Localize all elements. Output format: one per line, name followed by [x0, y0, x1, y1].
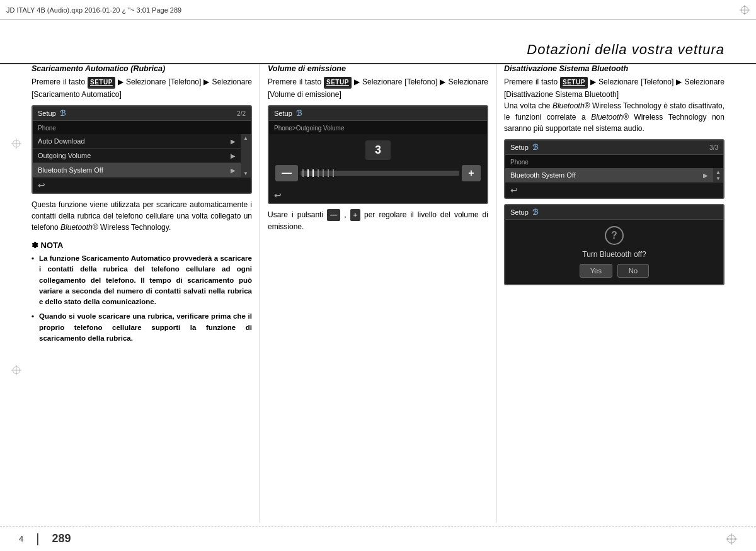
screen-back-col3-1: ↩: [505, 183, 723, 198]
col-disable-bluetooth: Disattivazione Sistema Bluetooth Premere…: [496, 64, 724, 523]
note-list: La funzione Scaricamento Automatico prov…: [32, 253, 252, 344]
col1-body-text: Questa funzione viene utilizzata per sca…: [32, 199, 252, 233]
left-crosshair-top: [11, 139, 21, 149]
screen-header-col1: Setup ℬ 2/2: [33, 106, 251, 121]
top-bar: JD ITALY 4B (Audio).qxp 2016-01-20 ¿ "~ …: [0, 0, 756, 20]
screen-header-col2: Setup ℬ: [269, 106, 487, 121]
footer-crosshair-icon: [726, 533, 737, 545]
screen-subtitle-col3-1: Phone: [510, 159, 529, 166]
bluetooth-icon-col3-1: ℬ: [532, 143, 538, 152]
screen-mockup-col2: Setup ℬ Phone>Outgoing Volume 3 —: [268, 105, 488, 204]
inline-plus-label: +: [350, 209, 360, 221]
note-section: ✽ NOTA La funzione Scaricamento Automati…: [32, 241, 252, 344]
screen-scrollbar-col3-1: ▲ ▼: [713, 168, 723, 183]
footer-289: 289: [52, 532, 71, 545]
vol-tick-2: [307, 169, 309, 177]
footer-page-num: 4: [19, 534, 23, 543]
back-icon-col3-1: ↩: [510, 185, 518, 195]
screen-breadcrumb-col2: Phone>Outgoing Volume: [274, 125, 344, 132]
scroll-up-col1[interactable]: ▲: [243, 135, 248, 141]
note-item-1: La funzione Scaricamento Automatico prov…: [32, 253, 252, 307]
screen-title-col3-1: Setup: [510, 144, 529, 151]
setup-badge-col2: SETUP: [324, 77, 352, 89]
screen-back-col2: ↩: [269, 188, 487, 203]
vol-bar: [301, 171, 459, 176]
bluetooth-icon-col3-2: ℬ: [532, 208, 538, 217]
setup-badge-col1: SETUP: [88, 77, 115, 89]
col-auto-download: Scaricamento Automatico (Rubrica) Premer…: [32, 64, 260, 523]
footer: 4 | 289: [0, 526, 756, 551]
back-icon-col2: ↩: [274, 190, 282, 200]
menu-item-bt-off-col3: Bluetooth System Off ▶: [505, 168, 713, 183]
screen-subtitle-col1: Phone: [38, 125, 56, 132]
dialog-screen-body: ? Turn Bluetooth off? Yes No: [505, 220, 723, 284]
screen-title-col3-2: Setup: [510, 208, 529, 216]
vol-tick-5: [323, 169, 324, 177]
screen-mockup-col3-1: Setup ℬ 3/3 Phone Bluetooth System Off ▶…: [504, 139, 724, 199]
menu-item-bluetooth-off: Bluetooth System Off ▶: [33, 163, 241, 178]
scroll-down-col1[interactable]: ▼: [243, 171, 248, 176]
volume-number: 3: [365, 140, 391, 160]
screen-body-col1: Auto Download ▶ Outgoing Volume ▶ Blueto…: [33, 134, 251, 178]
vol-tick-7: [333, 169, 334, 177]
vol-tick-4: [318, 169, 319, 177]
note-heading: ✽ NOTA: [32, 241, 252, 250]
volume-screen-body: 3 — +: [269, 134, 487, 188]
vol-tick-3: [312, 169, 314, 177]
screen-title-col2: Setup: [274, 110, 292, 117]
screen-header-col3-1: Setup ℬ 3/3: [505, 140, 723, 155]
col3-intro-text: Premere il tasto SETUP ▶ Selezionare [Te…: [504, 76, 724, 100]
volume-controls: — +: [275, 165, 481, 181]
footer-divider: |: [36, 531, 39, 546]
dialog-no-btn[interactable]: No: [617, 264, 649, 278]
screen-body-col3-1: Bluetooth System Off ▶ ▲ ▼: [505, 168, 723, 183]
main-content: Scaricamento Automatico (Rubrica) Premer…: [32, 64, 724, 523]
menu-item-auto-download: Auto Download ▶: [33, 134, 241, 149]
bluetooth-icon-col2: ℬ: [296, 109, 302, 118]
screen-mockup-col1: Setup ℬ 2/2 Phone Auto Download ▶ Outgoi…: [32, 105, 252, 194]
dialog-text: Turn Bluetooth off?: [582, 250, 646, 259]
left-crosshair-bottom: [11, 365, 21, 375]
note-item-2: Quando si vuole scaricare una rubrica, v…: [32, 311, 252, 344]
screen-back-col1: ↩: [33, 178, 251, 193]
dialog-yes-btn[interactable]: Yes: [580, 264, 612, 278]
page-title-section: Dotazioni della vostra vettura: [0, 20, 756, 64]
screen-scrollbar-col1: ▲ ▼: [241, 134, 251, 178]
vol-plus-btn[interactable]: +: [462, 165, 481, 181]
dialog-buttons: Yes No: [512, 264, 717, 278]
col-outgoing-volume: Volume di emissione Premere il tasto SET…: [260, 64, 496, 523]
col2-body-text: Usare i pulsanti — , + per regolare il l…: [268, 209, 488, 232]
screen-header-col3-2: Setup ℬ: [505, 205, 723, 220]
screen-page-col3-1: 3/3: [709, 144, 718, 151]
bluetooth-icon-col1: ℬ: [60, 109, 66, 118]
screen-mockup-col3-2: Setup ℬ ? Turn Bluetooth off? Yes No: [504, 204, 724, 285]
inline-minus-label: —: [327, 209, 340, 221]
setup-badge-col3: SETUP: [560, 77, 588, 89]
dialog-question-icon: ?: [605, 226, 624, 245]
scroll-down-col3-1[interactable]: ▼: [716, 176, 721, 181]
col3-desc: Una volta che Bluetooth® Wireless Techno…: [504, 100, 724, 134]
col1-heading: Scaricamento Automatico (Rubrica): [32, 64, 252, 73]
top-bar-text: JD ITALY 4B (Audio).qxp 2016-01-20 ¿ "~ …: [6, 6, 740, 14]
page-title: Dotazioni della vostra vettura: [527, 42, 724, 58]
col2-intro-text: Premere il tasto SETUP ▶ Selezionare [Te…: [268, 76, 488, 100]
col3-heading: Disattivazione Sistema Bluetooth: [504, 64, 724, 73]
scroll-up-col3-1[interactable]: ▲: [716, 169, 721, 175]
col1-intro-text: Premere il tasto SETUP ▶ Selezionare [Te…: [32, 76, 252, 100]
vol-tick-6: [328, 169, 329, 177]
menu-item-outgoing-volume: Outgoing Volume ▶: [33, 149, 241, 163]
back-icon-col1: ↩: [38, 180, 45, 190]
vol-minus-btn[interactable]: —: [275, 165, 298, 181]
vol-tick-1: [302, 169, 304, 177]
screen-page-col1: 2/2: [237, 110, 246, 117]
crosshair-icon: [740, 5, 750, 15]
screen-title-col1: Setup: [38, 110, 56, 117]
col2-heading: Volume di emissione: [268, 64, 488, 73]
